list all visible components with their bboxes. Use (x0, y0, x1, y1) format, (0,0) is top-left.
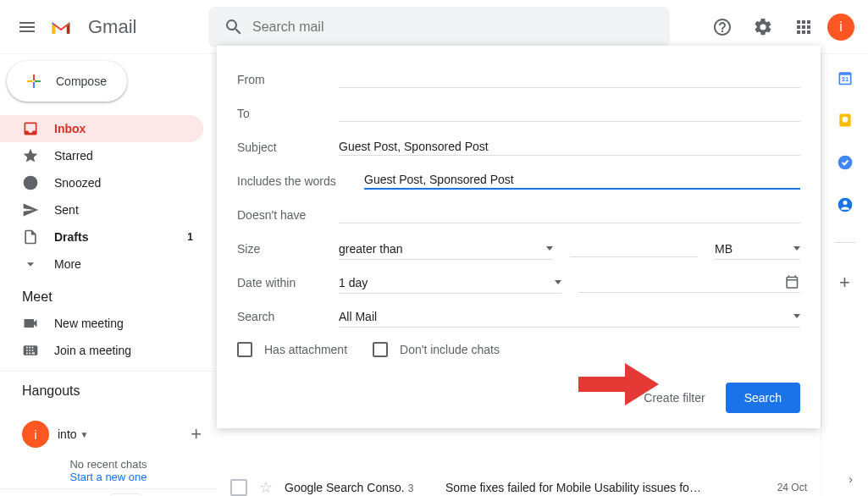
settings-icon[interactable] (746, 10, 780, 44)
date-label: Date within (237, 276, 339, 289)
clock-icon (22, 174, 39, 191)
hangouts-avatar: i (22, 421, 49, 448)
size-value-input[interactable] (570, 241, 699, 255)
search-icon (224, 17, 244, 37)
includes-input[interactable] (364, 173, 800, 186)
no-chats-text: No recent chats (0, 458, 217, 471)
sidebar: Compose Inbox Starred Snoozed Sent Draft… (0, 54, 217, 496)
tasks-app-icon[interactable] (837, 154, 854, 171)
add-addon-button[interactable]: + (839, 272, 850, 294)
date-within-select[interactable]: 1 day (339, 273, 561, 294)
size-label: Size (237, 242, 339, 256)
account-avatar[interactable]: i (827, 14, 854, 41)
search-scope-select[interactable]: All Mail (339, 306, 800, 328)
from-input[interactable] (339, 72, 800, 85)
new-chat-button[interactable]: + (191, 423, 207, 445)
sidebar-item-more[interactable]: More (0, 251, 203, 278)
from-label: From (237, 73, 339, 86)
exclude-chats-checkbox[interactable]: Don't include chats (373, 342, 500, 357)
sidebar-item-drafts[interactable]: Drafts 1 (0, 223, 203, 251)
search-filter-panel: From To Subject Includes the words Doesn… (217, 46, 821, 428)
app-name: Gmail (88, 16, 136, 38)
size-operator-select[interactable]: greater than (339, 239, 553, 260)
doesnt-have-input[interactable] (339, 207, 800, 221)
compose-button[interactable]: Compose (7, 61, 127, 102)
send-icon (22, 201, 39, 218)
keyboard-icon (22, 342, 39, 359)
subject-input[interactable] (339, 140, 800, 153)
hangouts-user-row[interactable]: i into ▼ + (22, 421, 207, 448)
dropdown-icon: ▼ (80, 430, 89, 439)
star-toggle[interactable]: ☆ (259, 478, 273, 497)
join-meeting-button[interactable]: Join a meeting (0, 337, 217, 364)
calendar-icon[interactable] (784, 273, 800, 290)
sidebar-item-sent[interactable]: Sent (0, 196, 203, 223)
search-button[interactable]: Search (726, 383, 800, 413)
menu-button[interactable] (7, 7, 47, 47)
help-icon[interactable] (705, 10, 739, 44)
search-scope-label: Search (237, 310, 339, 323)
star-icon (22, 147, 39, 164)
has-attachment-checkbox[interactable]: Has attachment (237, 342, 347, 357)
sidebar-item-inbox[interactable]: Inbox (0, 115, 203, 142)
to-input[interactable] (339, 106, 800, 119)
compose-label: Compose (56, 74, 107, 88)
calendar-app-icon[interactable]: 31 (837, 69, 854, 86)
gmail-logo[interactable]: Gmail (47, 16, 200, 38)
sidebar-item-starred[interactable]: Starred (0, 142, 203, 169)
to-label: To (237, 107, 339, 120)
svg-point-4 (842, 117, 848, 123)
video-icon (22, 315, 39, 332)
size-unit-select[interactable]: MB (715, 239, 800, 260)
gmail-logo-icon (51, 17, 71, 37)
side-panel: 31 + › (821, 54, 868, 496)
side-panel-toggle[interactable]: › (849, 472, 853, 486)
svg-point-7 (843, 201, 847, 205)
search-input[interactable] (252, 19, 663, 35)
select-checkbox[interactable] (230, 479, 247, 496)
keep-app-icon[interactable] (837, 112, 854, 129)
chevron-down-icon (22, 256, 39, 273)
subject-label: Subject (237, 141, 339, 154)
svg-text:31: 31 (841, 75, 848, 83)
inbox-icon (22, 120, 39, 137)
meet-title: Meet (0, 278, 217, 310)
search-bar[interactable] (208, 7, 670, 47)
file-icon (22, 229, 39, 245)
plus-icon (24, 71, 44, 91)
start-chat-link[interactable]: Start a new one (0, 471, 217, 483)
email-row[interactable]: ☆ Google Search Conso.3 Some fixes faile… (217, 471, 821, 496)
doesnt-have-label: Doesn't have (237, 208, 339, 222)
apps-icon[interactable] (787, 10, 821, 44)
hangouts-title: Hangouts (0, 371, 217, 404)
new-meeting-button[interactable]: New meeting (0, 310, 217, 337)
main-content: From To Subject Includes the words Doesn… (217, 54, 821, 496)
create-filter-link[interactable]: Create filter (644, 391, 705, 405)
contacts-app-icon[interactable] (837, 196, 854, 213)
includes-label: Includes the words (237, 174, 364, 188)
email-list: ☆ Google Search Conso.3 Some fixes faile… (217, 471, 821, 496)
date-input[interactable] (578, 275, 785, 289)
sidebar-item-snoozed[interactable]: Snoozed (0, 169, 203, 196)
